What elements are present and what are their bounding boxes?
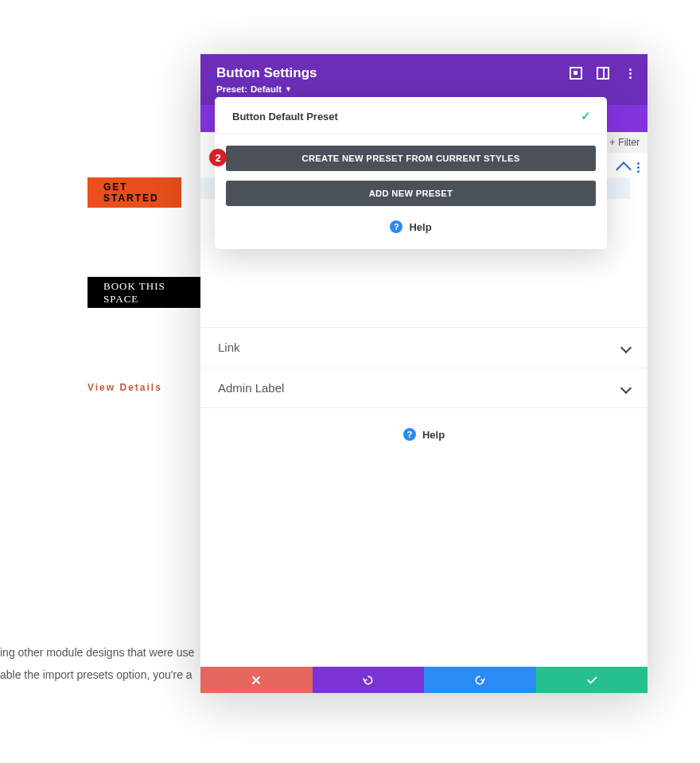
help-label: Help <box>422 429 445 441</box>
builder-stage: GET STARTED BOOK THIS SPACE View Details… <box>0 0 700 763</box>
check-icon: ✓ <box>581 109 591 123</box>
accordion-link-label: Link <box>218 341 240 354</box>
preset-prefix: Preset: <box>216 84 247 94</box>
responsive-split-icon[interactable] <box>597 67 609 80</box>
scope-icon[interactable] <box>570 67 582 80</box>
accordion-link[interactable]: Link <box>200 327 648 367</box>
undo-icon <box>362 674 375 687</box>
panel-action-bar <box>200 667 648 693</box>
preset-name: Default <box>251 84 282 94</box>
accordion-admin-label[interactable]: Admin Label <box>200 368 648 408</box>
redo-button[interactable] <box>424 667 536 693</box>
plus-icon: + <box>609 137 615 148</box>
section-controls <box>618 159 640 175</box>
chevron-down-icon <box>620 341 632 352</box>
save-button[interactable] <box>536 667 648 693</box>
filter-label: Filter <box>618 137 640 148</box>
caret-down-icon: ▼ <box>285 86 292 93</box>
divider <box>215 134 607 134</box>
panel-help-link[interactable]: ? Help <box>200 428 648 441</box>
menu-dots-icon[interactable] <box>624 67 636 80</box>
article-text-fragment: ing other module designs that were use <box>0 641 194 664</box>
add-new-preset-button[interactable]: ADD NEW PRESET <box>226 181 596 206</box>
canvas-button-get-started[interactable]: GET STARTED <box>88 177 181 208</box>
step-badge: 2 <box>209 149 227 166</box>
help-label: Help <box>409 221 431 233</box>
preset-item-default[interactable]: Button Default Preset ✓ <box>215 97 607 134</box>
undo-button[interactable] <box>313 667 425 693</box>
canvas-link-view-details[interactable]: View Details <box>88 382 162 393</box>
close-icon <box>250 674 262 687</box>
help-icon: ? <box>390 220 402 233</box>
chevron-down-icon <box>620 382 632 393</box>
help-icon: ? <box>403 428 416 441</box>
accordion-admin-label-text: Admin Label <box>218 381 284 395</box>
cancel-button[interactable] <box>200 667 313 693</box>
check-icon <box>585 674 598 687</box>
header-icon-group <box>570 67 636 80</box>
dropdown-help-link[interactable]: ? Help <box>215 220 607 233</box>
redo-icon <box>473 674 486 687</box>
preset-item-label: Button Default Preset <box>232 111 338 123</box>
chevron-up-icon[interactable] <box>616 162 632 177</box>
canvas-button-book-space[interactable]: BOOK THIS SPACE <box>88 277 204 308</box>
article-text-fragment: able the import presets option, you're a <box>0 664 192 686</box>
create-preset-from-styles-button[interactable]: CREATE NEW PRESET FROM CURRENT STYLES <box>226 146 596 171</box>
preset-dropdown: Button Default Preset ✓ CREATE NEW PRESE… <box>215 97 607 249</box>
vertical-dots-icon[interactable] <box>637 162 640 173</box>
filter-button[interactable]: + Filter <box>603 132 648 153</box>
preset-selector[interactable]: Preset: Default ▼ <box>216 84 292 94</box>
